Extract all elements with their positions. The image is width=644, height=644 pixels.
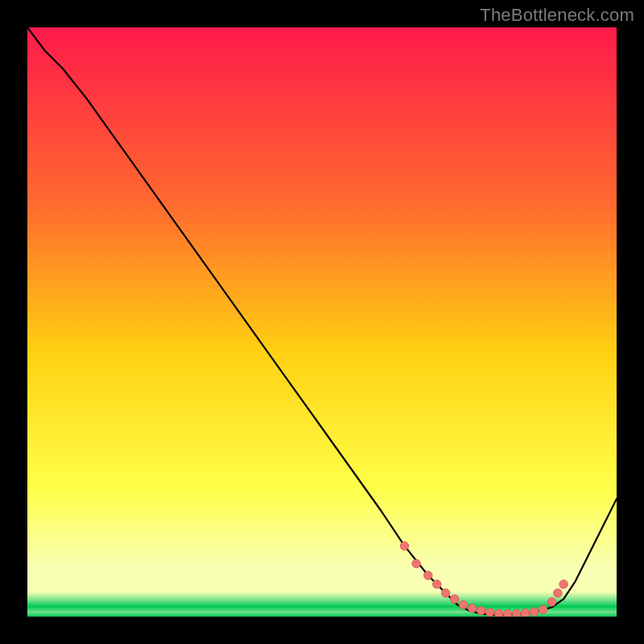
watermark-text: TheBottleneck.com	[480, 5, 634, 26]
highlight-marker	[547, 598, 555, 606]
plot-area	[27, 27, 617, 617]
highlight-marker	[459, 601, 467, 609]
highlight-marker	[400, 542, 408, 550]
highlight-marker	[451, 595, 459, 603]
highlight-marker	[512, 609, 520, 617]
bottleneck-curve-svg	[27, 27, 617, 617]
highlight-marker	[433, 580, 441, 588]
highlight-markers-group	[400, 542, 568, 617]
highlight-marker	[412, 559, 420, 568]
highlight-marker	[530, 608, 538, 616]
highlight-marker	[503, 610, 511, 617]
highlight-marker	[424, 572, 432, 580]
highlight-marker	[559, 580, 568, 588]
highlight-marker	[539, 605, 547, 613]
highlight-marker	[442, 589, 450, 597]
chart-frame: TheBottleneck.com	[0, 0, 644, 644]
bottleneck-curve-line	[27, 27, 617, 615]
highlight-marker	[521, 609, 529, 617]
highlight-marker	[494, 609, 502, 617]
highlight-marker	[468, 605, 476, 613]
highlight-marker	[485, 609, 493, 617]
highlight-marker	[477, 606, 485, 614]
highlight-marker	[554, 589, 562, 597]
